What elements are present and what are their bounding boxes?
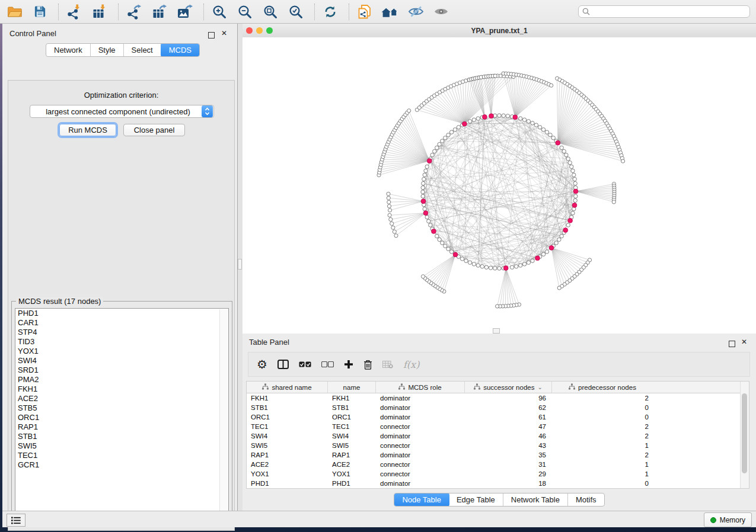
cell-shared_name: SWI5 — [247, 442, 328, 449]
duplicate-network-icon[interactable] — [356, 3, 374, 21]
tab-select[interactable]: Select — [124, 44, 161, 56]
show-all-icon[interactable] — [432, 3, 450, 21]
result-node[interactable]: TEC1 — [15, 451, 228, 460]
mcds-result-list[interactable]: PHD1CAR1STP4TID3YOX1SWI4SRD1PMA2FKH1ACE2… — [15, 308, 229, 518]
column-header-MCDS-role[interactable]: MCDS role — [376, 382, 465, 393]
result-node[interactable]: TID3 — [15, 337, 228, 347]
close-panel-icon[interactable]: ✕ — [221, 30, 227, 36]
table-row[interactable]: YOX1YOX1connector291 — [247, 469, 749, 479]
table-row[interactable]: FKH1FKH1dominator962 — [247, 393, 749, 403]
close-panel-button[interactable]: Close panel — [123, 124, 185, 136]
node-table: shared namenameMCDS rolesuccessor nodes⌄… — [246, 381, 749, 489]
close-table-panel-icon[interactable]: ✕ — [741, 339, 747, 345]
result-node[interactable]: YOX1 — [15, 347, 228, 356]
horizontal-splitter-handle[interactable] — [493, 328, 500, 334]
search-input[interactable] — [593, 7, 746, 17]
cell-name: STB1 — [328, 404, 376, 411]
tab-edge-table[interactable]: Edge Table — [449, 493, 503, 506]
table-row[interactable]: RAP1RAP1dominator352 — [247, 450, 749, 460]
result-node[interactable]: PMA2 — [15, 375, 228, 384]
cell-successor_nodes: 31 — [465, 461, 552, 468]
deselect-all-checkboxes-icon[interactable] — [321, 361, 334, 367]
zoom-in-icon[interactable] — [210, 3, 228, 21]
criterion-dropdown[interactable]: largest connected component (undirected) — [30, 105, 214, 118]
result-node[interactable]: GCR1 — [15, 460, 228, 470]
table-panel-title: Table Panel — [249, 338, 289, 347]
zoom-out-icon[interactable] — [236, 3, 254, 21]
result-node[interactable]: SWI5 — [15, 441, 228, 451]
column-header-shared-name[interactable]: shared name — [247, 382, 328, 393]
result-node[interactable]: CAR1 — [15, 318, 228, 328]
delete-column-icon[interactable] — [363, 360, 372, 370]
hide-selected-icon[interactable] — [407, 3, 425, 21]
cell-predecessor_nodes: 2 — [552, 432, 653, 440]
column-menu-chevron-icon[interactable]: ⌄ — [537, 384, 542, 390]
table-scrollbar-thumb[interactable] — [742, 393, 747, 473]
result-node[interactable]: SWI4 — [15, 356, 228, 366]
cell-predecessor_nodes: 1 — [552, 470, 653, 477]
table-row[interactable]: ORC1ORC1dominator610 — [247, 412, 749, 422]
vertical-splitter-handle[interactable] — [238, 259, 242, 270]
first-neighbors-icon[interactable] — [381, 3, 399, 21]
tab-mcds[interactable]: MCDS — [161, 43, 200, 57]
table-row[interactable]: ACE2ACE2connector311 — [247, 460, 749, 469]
show-column-icon[interactable] — [277, 360, 289, 369]
add-column-icon[interactable] — [344, 360, 353, 369]
run-mcds-button[interactable]: Run MCDS — [59, 124, 116, 136]
list-scrollbar[interactable] — [219, 309, 228, 517]
import-network-icon[interactable] — [65, 3, 83, 21]
memory-button[interactable]: Memory — [704, 512, 752, 527]
result-node[interactable]: ORC1 — [15, 413, 228, 422]
mcds-result-title: MCDS result (17 nodes) — [16, 297, 103, 306]
cell-predecessor_nodes: 0 — [552, 404, 653, 411]
float-panel-icon[interactable] — [208, 30, 215, 41]
table-row[interactable]: STB1STB1dominator620 — [247, 403, 749, 412]
export-table-icon[interactable] — [151, 3, 168, 21]
tab-network[interactable]: Network — [46, 44, 91, 56]
tab-node-table[interactable]: Node Table — [394, 493, 449, 507]
result-node[interactable]: STB5 — [15, 403, 228, 413]
tab-network-table[interactable]: Network Table — [503, 493, 568, 506]
network-titlebar[interactable]: YPA_prune.txt_1 — [243, 24, 756, 38]
dropdown-stepper-icon — [202, 105, 213, 117]
result-node[interactable]: STB1 — [15, 432, 228, 441]
column-header-predecessor-nodes[interactable]: predecessor nodes — [552, 382, 653, 393]
export-network-icon[interactable] — [125, 3, 143, 21]
column-label: shared name — [272, 384, 311, 391]
delete-table-icon — [382, 361, 393, 368]
result-node[interactable]: FKH1 — [15, 384, 228, 394]
tab-style[interactable]: Style — [91, 44, 124, 56]
float-table-panel-icon[interactable] — [729, 339, 735, 350]
result-node[interactable]: SRD1 — [15, 366, 228, 375]
search-field[interactable] — [578, 5, 750, 18]
column-header-successor-nodes[interactable]: successor nodes⌄ — [465, 382, 552, 393]
open-file-icon[interactable] — [5, 3, 23, 21]
result-node[interactable]: RAP1 — [15, 422, 228, 432]
column-header-name[interactable]: name — [328, 382, 376, 393]
save-session-icon[interactable] — [31, 3, 49, 21]
result-node[interactable]: STP4 — [15, 328, 228, 337]
mcds-tab-content: Optimization criterion: largest connecte… — [8, 80, 235, 531]
zoom-selected-icon[interactable] — [287, 3, 305, 21]
table-bottom-tabs-wrap: Node TableEdge TableNetwork TableMotifs — [243, 493, 756, 507]
cell-predecessor_nodes: 2 — [552, 451, 653, 459]
task-history-button[interactable] — [7, 514, 25, 527]
table-row[interactable]: PHD1PHD1dominator180 — [247, 479, 749, 488]
table-row[interactable]: SWI4SWI4dominator462 — [247, 431, 749, 441]
cell-successor_nodes: 29 — [465, 470, 552, 477]
select-all-checkboxes-icon[interactable] — [299, 361, 311, 367]
table-options-gear-icon[interactable]: ⚙ — [257, 358, 267, 370]
refresh-view-icon[interactable] — [321, 3, 339, 21]
result-node[interactable]: ACE2 — [15, 394, 228, 403]
table-row[interactable]: SWI5SWI5connector431 — [247, 441, 749, 450]
table-row[interactable]: TEC1TEC1connector472 — [247, 422, 749, 431]
zoom-fit-icon[interactable] — [261, 3, 279, 21]
result-node[interactable]: PHD1 — [15, 309, 228, 318]
table-scrollbar[interactable] — [740, 382, 749, 488]
import-table-icon[interactable] — [91, 3, 109, 21]
cell-mcds_role: connector — [376, 423, 465, 430]
export-image-icon[interactable] — [176, 3, 194, 21]
network-canvas[interactable] — [243, 37, 756, 334]
tab-motifs[interactable]: Motifs — [568, 493, 604, 506]
cell-name: RAP1 — [328, 451, 376, 459]
